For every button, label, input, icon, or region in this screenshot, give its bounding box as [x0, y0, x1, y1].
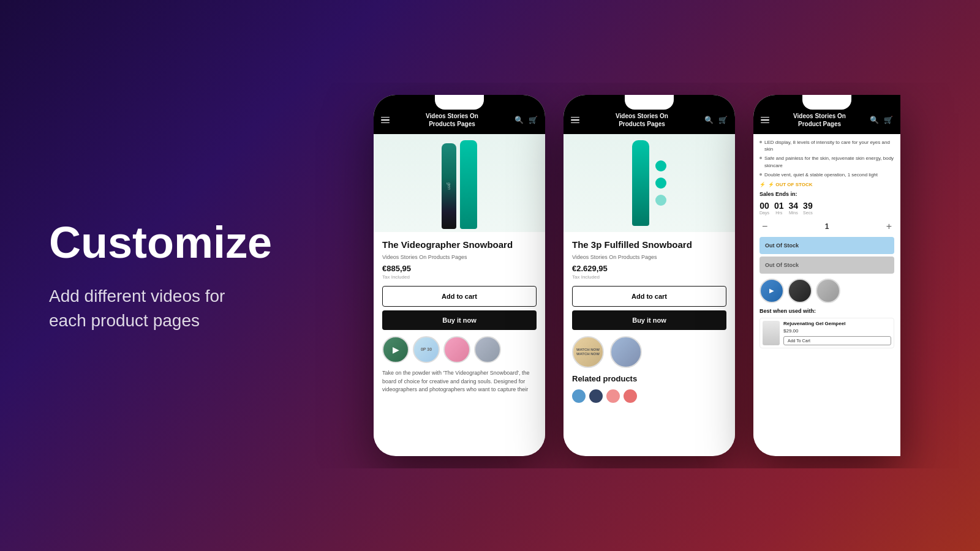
quantity-row: − 1 +: [760, 221, 894, 232]
phone-2-vid-thumb-2[interactable]: [610, 336, 642, 368]
rec-product-image: [763, 321, 780, 345]
phone-2-video-thumbnails: WATCH NOW WATCH NOW: [564, 336, 735, 368]
phone-3-out-stock-gray-button[interactable]: Out Of Stock: [760, 257, 894, 274]
phone-1-content: The Videographer Snowboard Videos Storie…: [374, 134, 545, 452]
phone-3-hamburger-icon[interactable]: [761, 117, 769, 124]
out-of-stock-badge: ⚡ ⚡ OUT OF STOCK: [760, 182, 894, 187]
qty-plus-button[interactable]: +: [886, 221, 892, 232]
phone-3-search-icon[interactable]: 🔍: [870, 116, 879, 124]
rec-product-info: Rejuvenating Gel Gempeel $29.00 Add To C…: [783, 321, 891, 345]
phone-2-notch: [625, 95, 674, 110]
phone-2-content: The 3p Fulfilled Snowboard Videos Storie…: [564, 134, 735, 452]
hamburger-icon[interactable]: [381, 117, 390, 124]
phone-3: Videos Stories OnProduct Pages 🔍 🛒 LED d…: [753, 95, 900, 456]
phone-3-vid-thumb-2[interactable]: [788, 279, 812, 303]
phone-1-product-image: [374, 134, 545, 232]
phone-1-nav-title: Videos Stories OnProducts Pages: [390, 112, 514, 128]
phone-2-price: €2.629,95: [572, 264, 726, 273]
phone-2-color-dots: [564, 389, 735, 403]
phone-3-bullet-2: Safe and painless for the skin, rejuvena…: [760, 155, 894, 168]
phone-2: Videos Stories OnProducts Pages 🔍 🛒: [564, 95, 735, 456]
phone-1-video-thumbnails: ▶ 0P 30: [374, 336, 545, 363]
phone-3-content: LED display, 8 levels of intensity to ca…: [753, 134, 900, 452]
video-thumb-1[interactable]: ▶: [382, 336, 409, 363]
color-red[interactable]: [624, 389, 637, 403]
countdown-days: 00 Days: [760, 201, 769, 215]
phone-2-nav-icons: 🔍 🛒: [704, 116, 728, 124]
phone-1: Videos Stories OnProducts Pages 🔍 🛒 The …: [374, 95, 545, 456]
play-icon-1: ▶: [393, 345, 399, 354]
dot-1: [655, 160, 666, 171]
board-dark: [442, 143, 456, 229]
bullet-dot-2: [760, 157, 762, 159]
phone-3-nav-icons: 🔍 🛒: [870, 116, 893, 124]
phone-1-product-subtitle: Videos Stories On Products Pages: [382, 254, 537, 260]
phone-1-description: Take on the powder with 'The Videographe…: [374, 369, 545, 394]
rec-product-price: $29.00: [783, 328, 891, 334]
phone-2-cart-icon[interactable]: 🛒: [718, 116, 728, 124]
bullet-dot-3: [760, 173, 762, 176]
phone-3-bullet-3: Double vent, quiet & stable operation, 1…: [760, 171, 894, 178]
lightning-icon: ⚡: [760, 182, 766, 187]
countdown-secs: 39 Secs: [803, 201, 813, 215]
phone-2-add-cart-button[interactable]: Add to cart: [572, 286, 726, 307]
phone-2-wrapper: Videos Stories OnProducts Pages 🔍 🛒: [564, 95, 735, 456]
phone-2-tax: Tax Included: [572, 274, 726, 280]
countdown-timer: 00 Days 01 Hrs 34 Mins 39: [760, 201, 894, 215]
phone-2-product-subtitle: Videos Stories On Products Pages: [572, 254, 726, 260]
phone-2-nav-title: Videos Stories OnProducts Pages: [579, 112, 704, 128]
board-teal: [460, 140, 477, 229]
rec-product-name: Rejuvenating Gel Gempeel: [783, 321, 891, 327]
phone-1-product-details: The Videographer Snowboard Videos Storie…: [374, 232, 545, 330]
recommended-product: Rejuvenating Gel Gempeel $29.00 Add To C…: [760, 318, 894, 348]
best-used-label: Best when used with:: [760, 308, 894, 314]
left-section: Customize Add different videos for each …: [0, 182, 294, 369]
color-dark-blue[interactable]: [589, 389, 603, 403]
phone-3-vid-thumb-1[interactable]: ▶: [760, 279, 784, 303]
phone-3-nav-title: Videos Stories OnProduct Pages: [769, 112, 870, 128]
phones-container: Videos Stories OnProducts Pages 🔍 🛒 The …: [294, 83, 980, 468]
cart-icon[interactable]: 🛒: [529, 116, 538, 124]
dot-3: [655, 195, 666, 206]
snowboard-image: [442, 137, 477, 229]
phone-1-nav-icons: 🔍 🛒: [514, 116, 538, 124]
phone-1-tax: Tax Included: [382, 274, 537, 280]
phone-3-detail-area: LED display, 8 levels of intensity to ca…: [753, 134, 900, 353]
phone-2-search-icon[interactable]: 🔍: [704, 116, 714, 124]
phone-1-buy-now-button[interactable]: Buy it now: [382, 310, 537, 330]
phone-2-buy-now-button[interactable]: Buy it now: [572, 310, 726, 330]
bullet-dot-1: [760, 141, 762, 143]
phone-3-vid-thumb-3[interactable]: [816, 279, 840, 303]
search-icon[interactable]: 🔍: [514, 116, 524, 124]
phone-1-wrapper: Videos Stories OnProducts Pages 🔍 🛒 The …: [374, 95, 545, 456]
rec-add-to-cart-button[interactable]: Add To Cart: [783, 336, 891, 345]
countdown-hrs: 01 Hrs: [774, 201, 784, 215]
phone-3-wrapper: Videos Stories OnProduct Pages 🔍 🛒 LED d…: [753, 95, 900, 456]
video-thumb-2[interactable]: 0P 30: [413, 336, 440, 363]
main-title: Customize: [49, 219, 245, 267]
phone-2-hamburger-icon[interactable]: [571, 117, 579, 124]
phone-1-product-title: The Videographer Snowboard: [382, 239, 537, 250]
sales-ends-label: Sales Ends in:: [760, 191, 894, 197]
color-blue[interactable]: [572, 389, 586, 403]
phone-3-video-thumbnails: ▶: [760, 279, 894, 303]
phone-1-add-cart-button[interactable]: Add to cart: [382, 286, 537, 307]
qty-value: 1: [825, 222, 829, 231]
phone-3-bullet-1: LED display, 8 levels of intensity to ca…: [760, 139, 894, 152]
phone-2-product-details: The 3p Fulfilled Snowboard Videos Storie…: [564, 232, 735, 330]
countdown-mins: 34 Mins: [789, 201, 799, 215]
color-pink[interactable]: [606, 389, 620, 403]
video-thumb-4[interactable]: [474, 336, 501, 363]
video-thumb-3[interactable]: [443, 336, 470, 363]
sub-description: Add different videos for each product pa…: [49, 284, 245, 332]
phone-3-cart-icon[interactable]: 🛒: [884, 116, 893, 124]
phone-3-notch: [802, 95, 851, 110]
phone-3-out-stock-blue-button[interactable]: Out Of Stock: [760, 237, 894, 254]
phone-2-product-title: The 3p Fulfilled Snowboard: [572, 239, 726, 250]
phone-1-notch: [435, 95, 484, 110]
phone-2-related-products-title: Related products: [564, 374, 735, 383]
dot-2: [655, 178, 666, 189]
phone-2-vid-thumb-1[interactable]: WATCH NOW WATCH NOW: [572, 336, 604, 368]
phone-1-price: €885,95: [382, 264, 537, 273]
qty-minus-button[interactable]: −: [762, 221, 767, 232]
